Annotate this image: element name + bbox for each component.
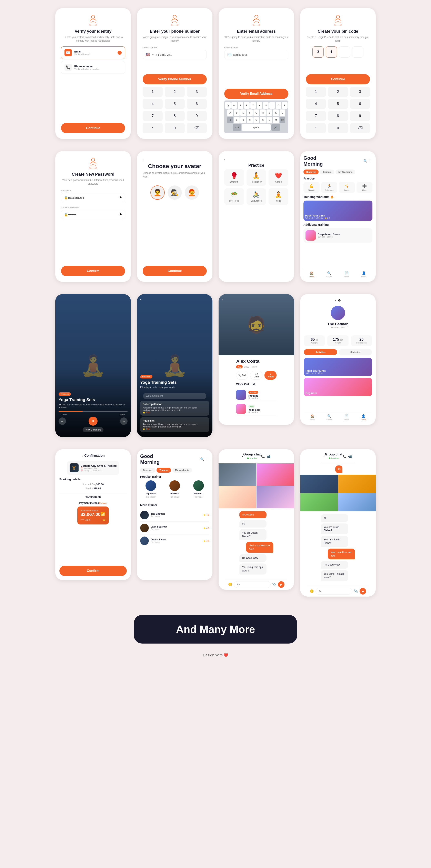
key-y[interactable]: Y [257,102,262,108]
numpad-7[interactable]: 7 [143,111,163,121]
tab-discover[interactable]: Discover [303,169,319,175]
activities-tab[interactable]: Activities [304,349,337,355]
numpad-9[interactable]: 9 [187,111,207,121]
menu-icon[interactable]: ☰ [370,159,372,163]
key-m[interactable]: M [273,117,279,123]
verify-phone-button[interactable]: Verify Phone Number [143,74,207,84]
key-shift[interactable]: ⇧ [227,117,233,123]
key-p[interactable]: P [282,102,288,108]
avatar-continue-button[interactable]: Continue [143,266,207,276]
nav-search[interactable]: 🔍Search [326,271,332,278]
eye-icon-2[interactable]: 👁 [119,213,122,216]
key-g[interactable]: G [254,110,259,116]
key-w[interactable]: W [231,102,237,108]
small-endurance[interactable]: 🏃 Endurance [321,182,337,193]
password-input[interactable] [68,196,119,199]
numpad-8[interactable]: 8 [165,111,185,121]
small-cardio[interactable]: 🤸 Cardio [339,182,355,193]
attach-icon-2[interactable]: 📎 [354,589,358,593]
practice-diet[interactable]: 🥗 Diet Food [224,188,244,205]
chat-input-1[interactable] [234,581,271,588]
continue-button[interactable]: Continue [61,123,125,133]
numpad-4[interactable]: 4 [143,99,163,109]
pin-numpad-8[interactable]: 8 [328,111,348,121]
more-bieber[interactable]: Justin Bieber Pro trainer ⭐ 4.8 [140,534,209,547]
key-k[interactable]: K [273,110,279,116]
numpad-1[interactable]: 1 [143,87,163,97]
key-v[interactable]: V [254,117,259,123]
confirm-password-input[interactable] [68,213,119,216]
batman-back-arrow[interactable]: ‹ [335,298,336,303]
small-strength[interactable]: 💪 Strength [303,182,320,193]
numpad-backspace[interactable]: ⌫ [187,123,207,133]
follow-btn[interactable]: + Follow [264,371,276,380]
back-chevron[interactable]: ‹ [143,158,144,161]
email-input[interactable] [233,53,285,56]
progress-bar[interactable] [59,411,128,412]
tab-my-workouts[interactable]: My Workouts [335,169,355,175]
key-u[interactable]: U [263,102,269,108]
confirm-button[interactable]: Confirm [61,266,125,276]
numpad-2[interactable]: 2 [165,87,185,97]
key-r[interactable]: R [244,102,250,108]
booking-back[interactable]: ‹ [81,454,82,458]
chat-input-2[interactable] [316,588,352,594]
key-f[interactable]: F [247,110,253,116]
avatar-3[interactable]: 🧑‍🦰 [185,185,199,200]
booking-confirm-button[interactable]: Confirm [59,566,127,576]
back-arrow-alex[interactable]: ‹ [222,297,223,302]
practice-yoga[interactable]: 🧘 Yoga [269,188,288,205]
trainer-roberto[interactable]: Roberto Pro trainer [164,480,186,498]
avatar-2[interactable]: 🕵️ [168,185,182,200]
view-comment-btn[interactable]: View Comment [82,427,103,432]
small-more[interactable]: ➕ More [357,182,373,193]
key-q[interactable]: Q [225,102,231,108]
key-mic[interactable]: 🎤 [271,124,280,131]
numpad-star[interactable]: * [143,123,163,133]
key-h[interactable]: H [260,110,266,116]
statistics-tab[interactable]: Statistics [339,349,372,355]
trainers-tab-trainers[interactable]: Trainers [157,468,171,473]
pin-numpad-4[interactable]: 4 [306,99,326,109]
trainers-tab-discover[interactable]: Discover [140,468,155,473]
nav-article[interactable]: 📄Article [344,271,349,278]
search-icon[interactable]: 🔍 [363,159,368,163]
pin-numpad-0[interactable]: 0 [328,123,348,133]
practice-cardio[interactable]: ❤️ Cardio [269,169,288,186]
phone-input[interactable] [156,53,204,56]
numpad-3[interactable]: 3 [187,87,207,97]
key-a[interactable]: A [227,110,233,116]
key-space[interactable]: space [242,124,271,131]
key-n[interactable]: N [267,117,272,123]
key-j[interactable]: J [267,110,272,116]
batman-workout-1[interactable]: Push Your Limit 345 kcal · 1h 35min [304,358,372,376]
trending-workout-card[interactable]: Push Your Limit 345 kcal · 1h 35min · ⭐4… [303,200,372,221]
pin-numpad-backspace[interactable]: ⌫ [350,123,370,133]
phone-option[interactable]: 📞 Phone number Verify with phone number [61,61,125,74]
attach-icon[interactable]: 📎 [272,583,276,586]
settings-icon[interactable]: ⚙ [338,299,341,302]
yoga-workout[interactable]: Free Yoga Sets Robert Pat... [236,402,276,416]
practice-back[interactable]: ‹ [224,158,225,161]
key-x[interactable]: X [240,117,246,123]
eye-icon[interactable]: 👁 [119,196,122,199]
pin-numpad-7[interactable]: 7 [306,111,326,121]
batman-nav-profile[interactable]: 👤Profile [361,414,366,421]
numpad-6[interactable]: 6 [187,99,207,109]
key-o[interactable]: O [276,102,281,108]
key-i[interactable]: I [269,102,275,108]
key-b[interactable]: B [260,117,266,123]
key-e[interactable]: E [238,102,243,108]
more-sparrow[interactable]: Jack Sparrow Pro trainer ⭐ 4.8 [140,522,209,534]
pin-numpad-3[interactable]: 3 [350,87,370,97]
numpad-5[interactable]: 5 [165,99,185,109]
call-btn[interactable]: 📞 Call [236,371,248,380]
trainer-wyne[interactable]: Wyne d... Pro trainer [188,480,209,498]
pin-numpad-2[interactable]: 2 [328,87,348,97]
trainers-menu-icon[interactable]: ☰ [206,457,209,461]
trainers-search-icon[interactable]: 🔍 [200,457,204,461]
nav-home[interactable]: 🏠Home [309,271,314,278]
emoji-icon[interactable]: 😊 [228,583,232,586]
emoji-icon-2[interactable]: 😊 [310,589,314,593]
numpad-0[interactable]: 0 [165,123,185,133]
